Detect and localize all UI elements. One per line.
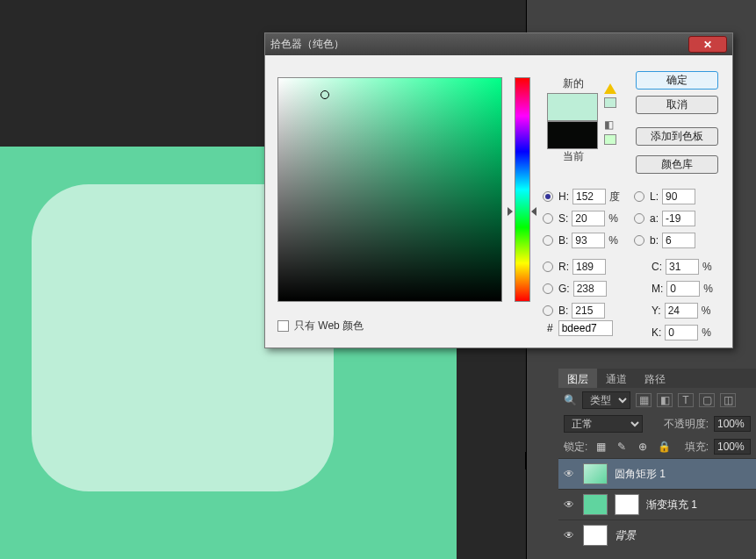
a-input[interactable] (662, 211, 695, 226)
bv-label: B: (558, 234, 568, 247)
filter-icon-2[interactable]: ◧ (657, 393, 673, 407)
add-to-swatches-button[interactable]: 添加到色板 (636, 127, 718, 146)
opacity-input[interactable]: 100% (714, 416, 751, 432)
L-input[interactable] (662, 189, 695, 204)
bl-input[interactable] (572, 303, 605, 319)
Y-row: Y: % (652, 303, 714, 319)
new-color-swatch[interactable] (547, 93, 598, 121)
r-label: R: (558, 261, 569, 273)
hex-label: # (547, 322, 553, 334)
layer-row[interactable]: 👁 圆角矩形 1 (558, 458, 756, 489)
s-input[interactable] (572, 211, 605, 226)
g-input[interactable] (573, 281, 607, 297)
layer-row[interactable]: 👁 背景 (558, 520, 756, 550)
hue-strip[interactable] (515, 77, 530, 302)
layer-filter-row: 🔍 类型 ▦ ◧ T ▢ ◫ (558, 388, 756, 412)
filter-icon-3[interactable]: T (678, 393, 694, 407)
layer-thumb[interactable] (583, 525, 608, 546)
h-input[interactable] (572, 189, 606, 204)
g-label: G: (558, 283, 570, 295)
cancel-button[interactable]: 取消 (636, 96, 718, 114)
dialog-body: 新的 当前 ◧ 确定 取消 添加到色板 颜色库 H: 度 S: % B: (265, 55, 732, 349)
s-unit: % (608, 212, 621, 225)
fill-input[interactable]: 100% (714, 439, 751, 455)
L-radio[interactable] (634, 191, 644, 202)
a-row: a: (634, 211, 695, 226)
g-radio[interactable] (543, 283, 553, 294)
lock-label: 锁定: (564, 440, 587, 455)
bl-label: B: (558, 305, 568, 317)
close-button[interactable]: ✕ (688, 36, 727, 53)
h-radio[interactable] (543, 191, 553, 202)
lock-all-icon[interactable]: 🔒 (656, 440, 672, 454)
bl-radio[interactable] (543, 305, 553, 316)
layer-thumb[interactable] (583, 494, 608, 515)
hex-row: # (547, 320, 613, 336)
r-radio[interactable] (543, 262, 553, 272)
websafe-warning-icon[interactable]: ◧ (604, 118, 616, 131)
L-row: L: (634, 189, 695, 204)
lock-pixels-icon[interactable]: ▦ (593, 440, 608, 454)
color-picker-dialog: 拾色器（纯色） ✕ 新的 当前 ◧ 确定 取消 添加到色板 颜色库 H: 度 (264, 32, 733, 348)
bl-row: B: (543, 303, 605, 319)
visibility-icon[interactable]: 👁 (564, 498, 576, 511)
filter-kind-select[interactable]: 类型 (582, 391, 630, 409)
layer-name[interactable]: 圆角矩形 1 (615, 467, 666, 482)
b-radio[interactable] (634, 235, 644, 246)
r-input[interactable] (572, 259, 606, 275)
s-radio[interactable] (543, 213, 553, 224)
K-unit: % (702, 326, 714, 339)
lock-position-icon[interactable]: ⊕ (635, 440, 651, 454)
dialog-title: 拾色器（纯色） (270, 37, 688, 52)
dialog-titlebar[interactable]: 拾色器（纯色） ✕ (265, 33, 732, 55)
bv-row: B: % (543, 233, 621, 248)
layer-name[interactable]: 渐变填充 1 (646, 498, 697, 512)
b-input[interactable] (662, 233, 695, 248)
bv-unit: % (608, 234, 621, 247)
K-input[interactable] (665, 325, 698, 340)
color-libraries-button[interactable]: 颜色库 (636, 155, 718, 174)
sv-marker[interactable] (320, 90, 329, 99)
saturation-value-box[interactable] (277, 77, 502, 302)
bv-radio[interactable] (543, 235, 553, 246)
C-label: C: (652, 261, 662, 273)
layer-thumb[interactable] (583, 463, 608, 484)
visibility-icon[interactable]: 👁 (564, 529, 576, 541)
current-color-swatch[interactable] (547, 121, 598, 149)
M-input[interactable] (666, 281, 700, 297)
blend-mode-select[interactable]: 正常 (564, 415, 643, 433)
C-unit: % (702, 261, 715, 273)
hex-input[interactable] (558, 320, 613, 336)
layers-list: 👁 圆角矩形 1 👁 渐变填充 1 👁 背景 (558, 458, 756, 550)
layer-mask-thumb[interactable] (615, 494, 639, 515)
C-row: C: % (652, 259, 715, 275)
web-only-checkbox[interactable] (277, 320, 289, 332)
Y-input[interactable] (665, 303, 698, 319)
opacity-label: 不透明度: (664, 417, 709, 432)
a-label: a: (650, 212, 659, 225)
ok-button[interactable]: 确定 (636, 71, 718, 90)
a-radio[interactable] (634, 213, 644, 224)
s-label: S: (558, 212, 568, 225)
r-row: R: (543, 259, 606, 275)
layer-row[interactable]: 👁 渐变填充 1 (558, 489, 756, 520)
gamut-warning-icon[interactable] (604, 83, 616, 94)
filter-icon-5[interactable]: ◫ (720, 393, 736, 407)
s-row: S: % (543, 211, 621, 226)
gamut-warning-swatch[interactable] (604, 97, 616, 108)
hue-pointer-left-icon (508, 207, 513, 216)
visibility-icon[interactable]: 👁 (564, 468, 576, 480)
C-input[interactable] (666, 259, 699, 275)
filter-icon-1[interactable]: ▦ (636, 393, 652, 407)
websafe-warning-swatch[interactable] (604, 134, 616, 145)
M-unit: % (703, 283, 716, 295)
web-only-row: 只有 Web 颜色 (277, 319, 364, 333)
bv-input[interactable] (572, 233, 605, 248)
Y-label: Y: (652, 305, 661, 317)
filter-icon-4[interactable]: ▢ (699, 393, 715, 407)
b-label: b: (650, 234, 659, 247)
K-row: K: % (652, 325, 714, 340)
layer-name[interactable]: 背景 (615, 528, 636, 543)
Y-unit: % (702, 305, 714, 317)
lock-paint-icon[interactable]: ✎ (614, 440, 630, 454)
